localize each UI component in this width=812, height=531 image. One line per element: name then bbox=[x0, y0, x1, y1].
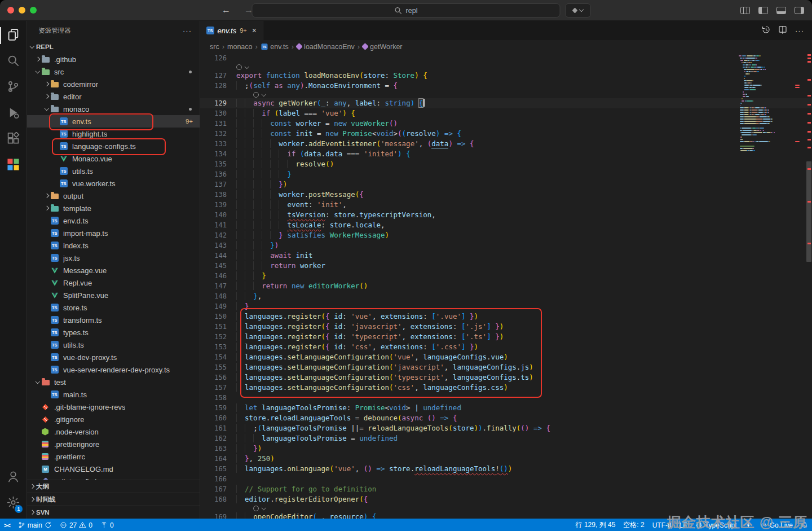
tab-env-ts[interactable]: TS env.ts 9+ × bbox=[200, 21, 263, 40]
tree-item-eslint.config.js[interactable]: eslint.config.js bbox=[27, 475, 200, 480]
code-line-129[interactable]: 129 async getWorker(_: any, label: strin… bbox=[200, 98, 812, 108]
code-line-142[interactable]: 142 } satisfies WorkerMessage) bbox=[200, 230, 812, 240]
tree-item-store.ts[interactable]: TSstore.ts bbox=[27, 301, 200, 314]
code-line-134[interactable]: 134 if (data.data === 'inited') { bbox=[200, 149, 812, 159]
section-header-SVN[interactable]: SVN bbox=[27, 506, 200, 519]
tree-item-language-configs.ts[interactable]: TSlanguage-configs.ts bbox=[27, 140, 200, 152]
tree-item-jsx.ts[interactable]: TSjsx.ts bbox=[27, 252, 200, 264]
line-number[interactable]: 167 bbox=[200, 484, 236, 494]
minimap[interactable] bbox=[739, 53, 803, 152]
tree-item-utils.ts[interactable]: TSutils.ts bbox=[27, 165, 200, 177]
line-number[interactable]: 146 bbox=[200, 271, 236, 281]
editor-layout-icon[interactable] bbox=[740, 7, 750, 14]
toggle-panel-icon[interactable] bbox=[776, 7, 786, 14]
line-number[interactable]: 131 bbox=[200, 119, 236, 129]
code-line-154[interactable]: 154 languages.setLanguageConfiguration('… bbox=[200, 352, 812, 362]
line-number[interactable]: 133 bbox=[200, 139, 236, 149]
activity-item-settings[interactable]: 1 bbox=[0, 490, 27, 516]
breadcrumb-item-getWorker[interactable]: getWorker bbox=[363, 43, 402, 51]
code-line-156[interactable]: 156 languages.setLanguageConfiguration('… bbox=[200, 372, 812, 383]
command-center-extra-button[interactable] bbox=[565, 3, 591, 17]
line-number[interactable]: 157 bbox=[200, 383, 236, 393]
code-line-148[interactable]: 148 }, bbox=[200, 291, 812, 301]
tree-item-editor[interactable]: editor bbox=[27, 90, 200, 103]
activity-item-account[interactable] bbox=[0, 464, 27, 490]
maximize-window-button[interactable] bbox=[30, 7, 37, 14]
close-tab-icon[interactable]: × bbox=[252, 26, 257, 35]
history-button[interactable] bbox=[761, 25, 770, 36]
line-number[interactable]: 143 bbox=[200, 240, 236, 251]
code-line-163[interactable]: 163 }) bbox=[200, 444, 812, 454]
codelens-marker[interactable] bbox=[200, 91, 812, 98]
code-line-136[interactable]: 136 } bbox=[200, 169, 812, 179]
line-number[interactable]: 169 bbox=[200, 512, 236, 519]
tree-item-test[interactable]: test bbox=[27, 376, 200, 388]
line-number[interactable]: 138 bbox=[200, 190, 236, 200]
code-line-152[interactable]: 152 languages.register({ id: 'typescript… bbox=[200, 332, 812, 342]
line-number[interactable]: 136 bbox=[200, 169, 236, 179]
code-line-132[interactable]: 132 const init = new Promise<void>((reso… bbox=[200, 129, 812, 139]
activity-item-debug[interactable] bbox=[0, 100, 27, 126]
code-line-150[interactable]: 150 languages.register({ id: 'vue', exte… bbox=[200, 311, 812, 322]
minimize-window-button[interactable] bbox=[19, 7, 25, 14]
branch-status[interactable]: main bbox=[14, 519, 56, 531]
code-line-139[interactable]: 139 event: 'init', bbox=[200, 200, 812, 210]
breadcrumb-item-env.ts[interactable]: TSenv.ts bbox=[261, 43, 289, 51]
line-number[interactable]: 150 bbox=[200, 311, 236, 322]
line-number[interactable]: 142 bbox=[200, 230, 236, 240]
line-number[interactable]: 164 bbox=[200, 454, 236, 464]
code-line-138[interactable]: 138 worker.postMessage({ bbox=[200, 190, 812, 200]
line-number[interactable]: 144 bbox=[200, 251, 236, 261]
line-number[interactable]: 155 bbox=[200, 362, 236, 372]
tree-item-monaco[interactable]: monaco bbox=[27, 103, 200, 115]
line-number[interactable]: 129 bbox=[200, 98, 236, 108]
code-line-159[interactable]: 159 let languageToolsPromise: Promise<vo… bbox=[200, 403, 812, 413]
line-number[interactable]: 140 bbox=[200, 210, 236, 220]
line-number[interactable]: 134 bbox=[200, 149, 236, 159]
tree-item-transform.ts[interactable]: TStransform.ts bbox=[27, 314, 200, 326]
toggle-secondary-sidebar-icon[interactable] bbox=[795, 7, 804, 14]
tree-item-.prettierrc[interactable]: .prettierrc bbox=[27, 450, 200, 463]
code-line-167[interactable]: 167 // Support for go to definition bbox=[200, 484, 812, 494]
tree-item-main.ts[interactable]: TSmain.ts bbox=[27, 388, 200, 401]
explorer-more-actions[interactable]: ··· bbox=[183, 27, 192, 35]
code-line-145[interactable]: 145 return worker bbox=[200, 261, 812, 271]
tree-item-src[interactable]: src bbox=[27, 65, 200, 78]
line-number[interactable]: 130 bbox=[200, 108, 236, 119]
tree-item-.github[interactable]: .github bbox=[27, 53, 200, 65]
line-number[interactable]: 152 bbox=[200, 332, 236, 342]
line-number[interactable]: 127 bbox=[200, 71, 236, 81]
line-number[interactable]: 156 bbox=[200, 372, 236, 383]
code-line-147[interactable]: 147 return new editorWorker() bbox=[200, 281, 812, 291]
tree-item-codemirror[interactable]: codemirror bbox=[27, 78, 200, 90]
tree-item-template[interactable]: template bbox=[27, 202, 200, 214]
line-number[interactable]: 135 bbox=[200, 159, 236, 169]
activity-item-source-control[interactable] bbox=[0, 74, 27, 100]
line-number[interactable]: 139 bbox=[200, 200, 236, 210]
breadcrumb-item-loadMonacoEnv[interactable]: loadMonacoEnv bbox=[297, 43, 355, 51]
tree-item-output[interactable]: output bbox=[27, 190, 200, 202]
section-header-repl[interactable]: REPL bbox=[27, 41, 200, 53]
code-line-140[interactable]: 140 tsVersion: store.typescriptVersion, bbox=[200, 210, 812, 220]
code-line-133[interactable]: 133 worker.addEventListener('message', (… bbox=[200, 139, 812, 149]
code-line-127[interactable]: 127export function loadMonacoEnv(store: … bbox=[200, 71, 812, 81]
section-header-时间线[interactable]: 时间线 bbox=[27, 493, 200, 506]
tree-item-.node-version[interactable]: .node-version bbox=[27, 425, 200, 438]
split-editor-button[interactable] bbox=[778, 25, 787, 36]
breadcrumb-item-monaco[interactable]: monaco bbox=[227, 43, 252, 51]
tree-item-Message.vue[interactable]: Message.vue bbox=[27, 264, 200, 277]
activity-item-vue-extension[interactable] bbox=[0, 152, 27, 178]
tree-item-vue-server-renderer-dev-proxy.ts[interactable]: TSvue-server-renderer-dev-proxy.ts bbox=[27, 363, 200, 376]
code-line-126[interactable]: 126 bbox=[200, 53, 812, 63]
codelens-marker[interactable] bbox=[200, 504, 812, 512]
activity-item-extensions[interactable] bbox=[0, 126, 27, 152]
tree-item-utils.ts[interactable]: TSutils.ts bbox=[27, 339, 200, 351]
tree-item-highlight.ts[interactable]: TShighlight.ts bbox=[27, 128, 200, 140]
line-number[interactable]: 162 bbox=[200, 433, 236, 444]
tree-item-env.d.ts[interactable]: TSenv.d.ts bbox=[27, 214, 200, 227]
problems-status[interactable]: 270 bbox=[56, 519, 96, 531]
tree-item-Repl.vue[interactable]: Repl.vue bbox=[27, 277, 200, 289]
code-line-162[interactable]: 162 languageToolsPromise = undefined bbox=[200, 433, 812, 444]
tree-item-types.ts[interactable]: TStypes.ts bbox=[27, 326, 200, 339]
line-number[interactable]: 141 bbox=[200, 220, 236, 230]
